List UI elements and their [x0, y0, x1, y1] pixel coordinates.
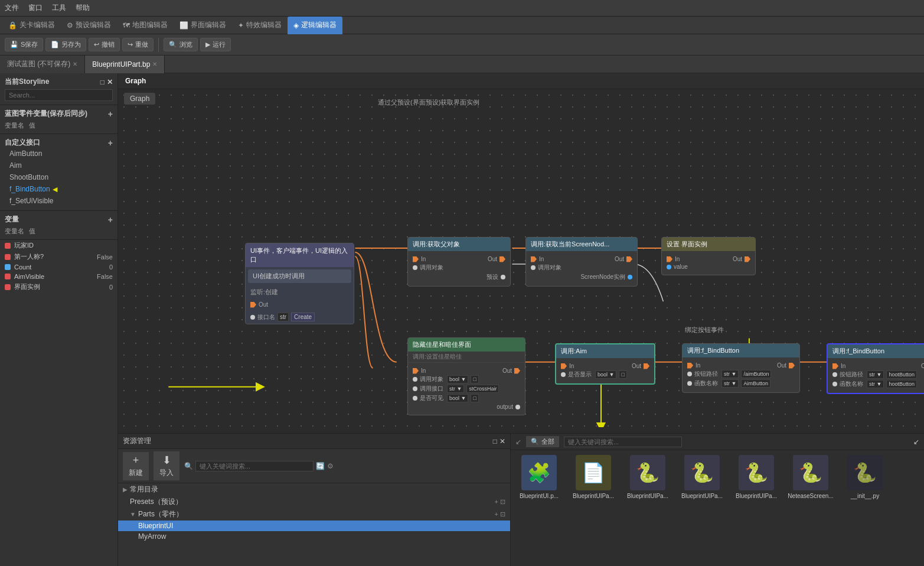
menu-help[interactable]: 帮助 [76, 3, 90, 13]
assets-close[interactable]: ✕ [499, 437, 505, 445]
node-get-screen-body: In Out 调用对象 ScreenNode实例 [526, 251, 637, 286]
resources-close[interactable]: ↙ [913, 438, 919, 446]
add-preset[interactable]: + ⊡ [495, 498, 505, 506]
var-color-count [5, 264, 11, 270]
resource-init-py[interactable]: 🐍 __init__.py [841, 455, 889, 499]
node-call-bind2[interactable]: 调用:f_BindButton In Out 按钮路径 str ▼ [827, 343, 924, 394]
save-as-button[interactable]: 📄 另存为 [45, 38, 86, 51]
node-set-screen-body: In Out value [662, 251, 755, 275]
top-tabs: 🔒 🔒 关卡编辑器 关卡编辑器 ⚙ 预设编辑器 🗺 地图编辑器 ⬜ 界面编辑器 … [0, 17, 924, 34]
node-call-bind1[interactable]: 调用:f_BindButton In Out 按钮路径 str ▼ [682, 343, 800, 393]
blueprint-var-title: 蓝图零件变量(保存后同步) + [5, 109, 113, 119]
bind-label: 绑定按钮事件 [685, 326, 724, 334]
save-as-icon: 📄 [51, 41, 59, 48]
refresh-icon[interactable]: 🔄 [316, 462, 325, 470]
resource-blueprint-ui-pa-4[interactable]: 🐍 BlueprintUIPa... [733, 455, 780, 499]
tab-blueprint-ui-part[interactable]: BlueprintUIPart.bp ✕ [85, 56, 165, 73]
storyline-close[interactable]: ✕ [107, 78, 113, 86]
add-var-button[interactable]: + [108, 215, 113, 225]
resource-blueprint-ui-pa-yellow[interactable]: 📄 BlueprintUIPa... [570, 455, 617, 499]
menu-tools[interactable]: 工具 [52, 3, 66, 13]
graph-tab[interactable]: Graph [124, 93, 155, 105]
add-variable-button[interactable]: + [108, 109, 113, 119]
assets-header: 资源管理 □ ✕ [118, 434, 510, 449]
node-bind2-body: In Out 按钮路径 str ▼ hootButton [828, 358, 924, 393]
resource-netease-screen[interactable]: 🐍 NeteaseScreen... [787, 455, 834, 499]
import-button[interactable]: ⬇ 导入 [154, 451, 179, 480]
variables-title: 变量 + [5, 214, 113, 225]
tab-test-blueprint[interactable]: 测试蓝图 (不可保存) ✕ [0, 56, 85, 73]
resource-blueprint-ui-pa-2[interactable]: 🐍 BlueprintUIPa... [624, 455, 671, 499]
filter-all-button[interactable]: 🔍 全部 [526, 436, 559, 447]
expand-icon[interactable]: ↙ [515, 438, 521, 446]
tree-blueprint-ui[interactable]: BlueprintUI [118, 521, 510, 531]
menu-window[interactable]: 窗口 [28, 3, 43, 13]
tab-ui-editor[interactable]: ⬜ 界面编辑器 [174, 17, 232, 34]
node-get-parent[interactable]: 调用:获取父对象 In Out 调用对象 [407, 237, 511, 287]
assets-minimize[interactable]: □ [493, 437, 497, 445]
undo-button[interactable]: ↩ 撤销 [89, 38, 120, 51]
pin-out-exec [514, 368, 520, 374]
interface-f-bind-button[interactable]: f_BindButton ◀ [5, 183, 113, 195]
graph-canvas[interactable]: Graph 通过父预设(界面预设)获取界面实例 [118, 89, 924, 433]
redo-button[interactable]: ↪ 重做 [122, 38, 154, 51]
filter-icon[interactable]: ⚙ [327, 462, 334, 470]
bottom-panels: 资源管理 □ ✕ + 新建 ⬇ 导入 [118, 433, 924, 566]
resource-blueprint-ui-pa-3[interactable]: 🐍 BlueprintUIPa... [678, 455, 726, 499]
storyline-search[interactable] [5, 89, 113, 101]
tab-logic-editor[interactable]: ◈ 逻辑编辑器 [288, 17, 342, 34]
run-button[interactable]: ▶ 运行 [200, 38, 231, 51]
pin-target [531, 265, 536, 270]
browse-button[interactable]: 🔍 浏览 [164, 38, 198, 51]
node-aim-header: 调用:Aim [556, 344, 654, 358]
var-columns: 变量名 值 [5, 121, 113, 130]
close-test-blueprint[interactable]: ✕ [73, 61, 77, 67]
undo-icon: ↩ [94, 41, 99, 48]
variables-section: 变量 + 变量名 值 玩家ID 第一人称? False Count [0, 211, 117, 566]
resource-puzzle-icon: 🧩 [521, 455, 557, 490]
resource-blueprint-ui-p[interactable]: 🧩 BlueprintUI.p... [515, 455, 563, 499]
tab-preset-editor[interactable]: ⚙ 预设编辑器 [61, 17, 117, 34]
assets-search-bar: 🔍 🔄 ⚙ [184, 458, 505, 474]
event-port-row: 接口名 str Create [246, 310, 354, 324]
blueprint-variables-section: 蓝图零件变量(保存后同步) + 变量名 值 [0, 105, 117, 134]
event-node[interactable]: UI事件，客户端事件，UI逻辑的入口 UI创建成功时调用 监听:创建 Out 接… [245, 243, 354, 324]
storyline-minimize[interactable]: □ [100, 78, 105, 86]
interfaces-title: 自定义接口 + [5, 138, 113, 148]
node-set-screen[interactable]: 设置 界面实例 In Out value [661, 237, 756, 275]
interface-shoot-button[interactable]: ShootButton [5, 171, 113, 183]
resources-grid: 🧩 BlueprintUI.p... 📄 BlueprintUIPa... 🐍 … [511, 450, 924, 504]
ui-icon: ⬜ [179, 21, 188, 30]
node-hide-show[interactable]: 隐藏佳星和暗佳界面 调用:设置佳星暗佳 In Out 调用对象 [407, 337, 525, 415]
tree-common-dir[interactable]: ▶ 常用目录 [118, 483, 510, 496]
save-button[interactable]: 💾 S保存 [5, 38, 43, 51]
new-button[interactable]: + 新建 [123, 452, 149, 480]
var-player-id[interactable]: 玩家ID [0, 240, 117, 251]
tab-map-editor[interactable]: 🗺 地图编辑器 [117, 17, 174, 34]
close-blueprint-ui[interactable]: ✕ [152, 61, 157, 67]
tab-level-editor[interactable]: 🔒 🔒 关卡编辑器 关卡编辑器 [2, 17, 61, 34]
right-area: Graph Graph 通过父预设(界面预设)获取界面实例 [118, 73, 924, 566]
tree-my-arrow[interactable]: MyArrow [118, 531, 510, 542]
var-count[interactable]: Count 0 [0, 262, 117, 272]
var-aim-visible[interactable]: AimVisible False [0, 272, 117, 281]
filter-icon: 🔍 [531, 438, 539, 445]
interface-f-set-ui[interactable]: f_SetUiVisible [5, 195, 113, 207]
tree-presets[interactable]: Presets（预设） + ⊡ [118, 496, 510, 508]
interface-aim-button[interactable]: AimButton [5, 148, 113, 160]
var-ui-instance[interactable]: 界面实例 0 [0, 281, 117, 292]
var-first-person[interactable]: 第一人称? False [0, 251, 117, 262]
interface-aim[interactable]: Aim [5, 160, 113, 171]
assets-search-input[interactable] [195, 461, 314, 471]
event-out-row: Out [246, 299, 354, 310]
node-get-screen[interactable]: 调用:获取当前ScreenNod... In Out 调用对象 [525, 237, 638, 287]
node-call-aim[interactable]: 调用:Aim In Out 是否显示 bool ▼ [555, 343, 655, 385]
add-parts[interactable]: + ⊡ [495, 510, 505, 518]
resources-search-input[interactable] [564, 437, 682, 447]
redo-icon: ↪ [128, 41, 133, 48]
tab-effect-editor[interactable]: ✦ 特效编辑器 [232, 17, 288, 34]
add-interface-button[interactable]: + [108, 138, 113, 148]
resource-snake-icon-1: 🐍 [630, 455, 665, 490]
menu-file[interactable]: 文件 [5, 3, 19, 13]
tree-parts[interactable]: ▼ Parts（零件） + ⊡ [118, 508, 510, 521]
